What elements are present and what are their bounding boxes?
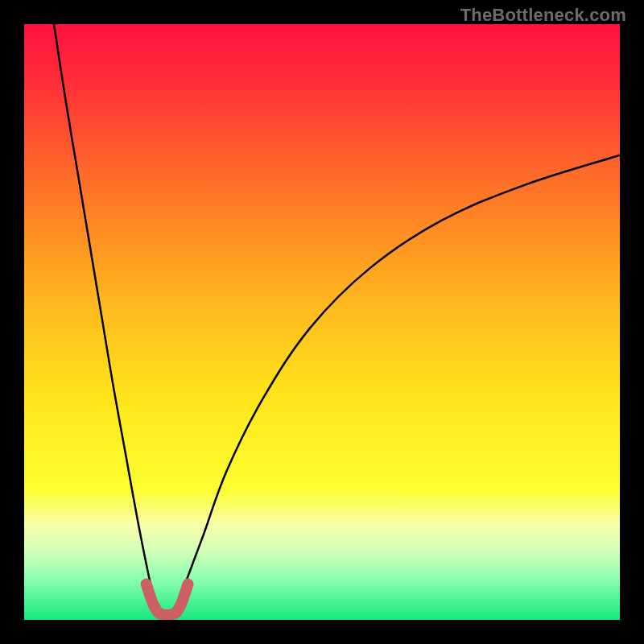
- chart-frame: TheBottleneck.com: [0, 0, 644, 644]
- chart-svg: [24, 24, 620, 620]
- chart-plot-area: [24, 24, 620, 620]
- chart-background-gradient: [24, 24, 620, 620]
- watermark-text: TheBottleneck.com: [460, 5, 626, 26]
